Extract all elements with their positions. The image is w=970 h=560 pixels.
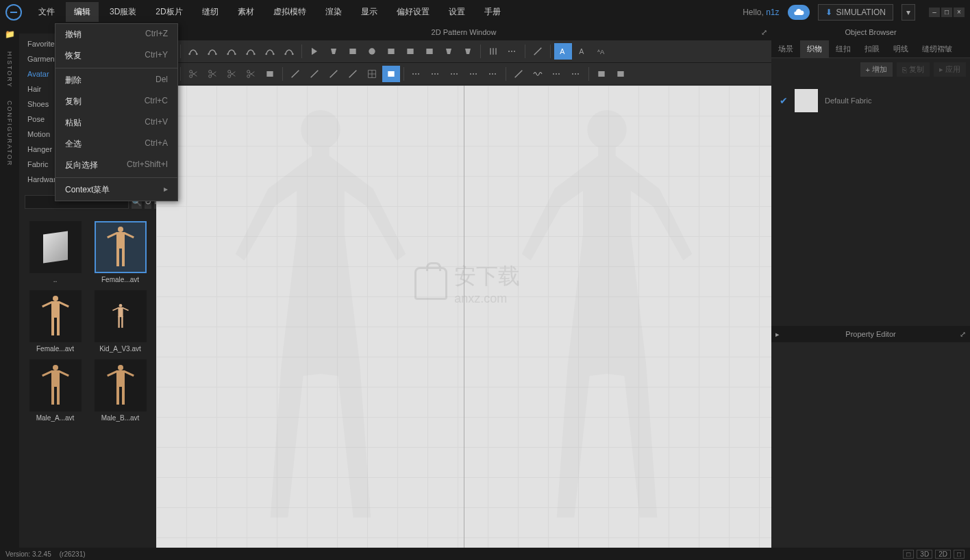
- history-tab[interactable]: HISTORY: [6, 51, 13, 88]
- lib-item[interactable]: Female...avt: [91, 221, 149, 283]
- link-tool[interactable]: [529, 43, 547, 60]
- stitch2-tool[interactable]: [427, 66, 445, 82]
- simulation-button[interactable]: ⬇ SIMULATION: [818, 4, 893, 21]
- seam4-tool[interactable]: [567, 66, 585, 82]
- text2-tool[interactable]: A: [573, 43, 591, 60]
- grid-tool[interactable]: [363, 66, 381, 82]
- tack2-tool[interactable]: [306, 66, 323, 82]
- simulation-dropdown[interactable]: ▾: [901, 4, 915, 21]
- curve3-tool[interactable]: [242, 43, 260, 60]
- close-button[interactable]: ×: [954, 8, 965, 17]
- addpoint-tool[interactable]: [261, 43, 279, 60]
- tack4-tool[interactable]: [344, 66, 362, 82]
- curve-tool[interactable]: [203, 43, 221, 60]
- view-btn-2D[interactable]: 2D: [935, 550, 951, 559]
- menu-item-删除[interactable]: 删除Del: [55, 70, 177, 91]
- rect2-tool[interactable]: [382, 43, 400, 60]
- iron-tool[interactable]: [261, 66, 279, 82]
- lib-item[interactable]: Male_B...avt: [91, 359, 149, 422]
- obj-tab-2[interactable]: 纽扣: [829, 40, 858, 58]
- curve4-tool[interactable]: [280, 43, 298, 60]
- poly-tool[interactable]: [325, 43, 343, 60]
- app-logo[interactable]: [5, 4, 22, 21]
- curve2-tool[interactable]: [223, 43, 240, 60]
- view-btn-split[interactable]: □: [903, 550, 914, 559]
- align2-tool[interactable]: [612, 66, 630, 82]
- add-button[interactable]: + 增加: [860, 62, 893, 77]
- shape2-tool[interactable]: [459, 43, 477, 60]
- lib-item[interactable]: Kid_A_V3.avt: [91, 290, 149, 353]
- rect4-tool[interactable]: [421, 43, 438, 60]
- sew3-tool[interactable]: [223, 66, 240, 82]
- seam3-tool[interactable]: [548, 66, 566, 82]
- obj-tab-5[interactable]: 缝纫褶皱: [915, 40, 959, 58]
- menu-item-Context菜单[interactable]: Context菜单: [55, 179, 177, 201]
- apply-button[interactable]: ▸ 应用: [934, 62, 966, 77]
- pen-tool[interactable]: [184, 43, 202, 60]
- menu-手册[interactable]: 手册: [476, 2, 509, 22]
- menu-偏好设置[interactable]: 偏好设置: [388, 2, 438, 22]
- text3-tool[interactable]: ᴬA: [593, 43, 610, 60]
- seam2-tool[interactable]: [529, 66, 547, 82]
- tack3-tool[interactable]: [325, 66, 343, 82]
- menu-item-反向选择[interactable]: 反向选择Ctrl+Shift+I: [55, 155, 177, 176]
- menu-3D服装[interactable]: 3D服装: [101, 2, 145, 22]
- circle-tool[interactable]: [363, 43, 381, 60]
- menu-缝纫[interactable]: 缝纫: [194, 2, 227, 22]
- view-btn-3D[interactable]: 3D: [917, 550, 932, 559]
- grid2-tool[interactable]: [382, 66, 400, 82]
- menu-设置[interactable]: 设置: [440, 2, 473, 22]
- menu-虚拟模特[interactable]: 虚拟模特: [265, 2, 314, 22]
- menu-item-全选[interactable]: 全选Ctrl+A: [55, 133, 177, 155]
- stitch4-tool[interactable]: [465, 66, 483, 82]
- bars-tool[interactable]: [484, 43, 502, 60]
- seam-tool[interactable]: [510, 66, 527, 82]
- svg-point-9: [273, 53, 275, 55]
- copy-button[interactable]: ⎘ 复制: [897, 62, 930, 77]
- library-icon[interactable]: 📁: [5, 29, 14, 39]
- menu-item-撤销[interactable]: 撤销Ctrl+Z: [55, 24, 177, 45]
- obj-tab-0[interactable]: 场景: [771, 40, 800, 58]
- menu-渲染[interactable]: 渲染: [317, 2, 350, 22]
- cloud-sync-button[interactable]: [788, 5, 810, 20]
- stitch3-tool[interactable]: [446, 66, 464, 82]
- menu-素材[interactable]: 素材: [229, 2, 262, 22]
- menu-显示[interactable]: 显示: [353, 2, 386, 22]
- greeting: Hello, n1z: [743, 8, 779, 17]
- sew-tool[interactable]: [184, 66, 202, 82]
- shape-tool[interactable]: [440, 43, 458, 60]
- fabric-item[interactable]: ✔ Default Fabric: [777, 86, 965, 115]
- text-tool[interactable]: A: [554, 43, 572, 60]
- stitch5-tool[interactable]: [484, 66, 502, 82]
- obj-tab-1[interactable]: 织物: [800, 40, 829, 58]
- expand-icon[interactable]: ⤢: [960, 330, 966, 339]
- tack-tool[interactable]: [286, 66, 304, 82]
- configurator-tab[interactable]: CONFIGURATOR: [6, 101, 13, 166]
- menu-2D板片[interactable]: 2D板片: [147, 2, 190, 22]
- arrow-tool[interactable]: [306, 43, 323, 60]
- lib-item[interactable]: Female...avt: [26, 290, 84, 353]
- menu-item-粘贴[interactable]: 粘贴Ctrl+V: [55, 112, 177, 133]
- obj-tab-3[interactable]: 扣眼: [858, 40, 886, 58]
- canvas-2d[interactable]: 安下载 anxz.com: [156, 86, 771, 548]
- align-tool[interactable]: [593, 66, 610, 82]
- obj-tab-4[interactable]: 明线: [886, 40, 915, 58]
- lib-item[interactable]: Male_A...avt: [26, 359, 84, 422]
- lib-item[interactable]: ..: [26, 221, 84, 283]
- watermark: 安下载 anxz.com: [414, 262, 520, 306]
- menu-item-恢复[interactable]: 恢复Ctrl+Y: [55, 45, 177, 66]
- stitch-tool[interactable]: [408, 66, 425, 82]
- bars2-tool[interactable]: [503, 43, 521, 60]
- view-btn-split[interactable]: □: [954, 550, 965, 559]
- menu-编辑[interactable]: 编辑: [66, 2, 99, 22]
- sew4-tool[interactable]: [242, 66, 260, 82]
- minimize-button[interactable]: –: [929, 8, 940, 17]
- maximize-button[interactable]: □: [941, 8, 952, 17]
- menu-文件[interactable]: 文件: [30, 2, 63, 22]
- rect3-tool[interactable]: [401, 43, 419, 60]
- collapse-icon[interactable]: ▸: [775, 330, 780, 339]
- menu-item-复制[interactable]: 复制Ctrl+C: [55, 91, 177, 112]
- sew2-tool[interactable]: [203, 66, 221, 82]
- expand-icon[interactable]: ⤢: [761, 28, 767, 37]
- rect-tool[interactable]: [344, 43, 362, 60]
